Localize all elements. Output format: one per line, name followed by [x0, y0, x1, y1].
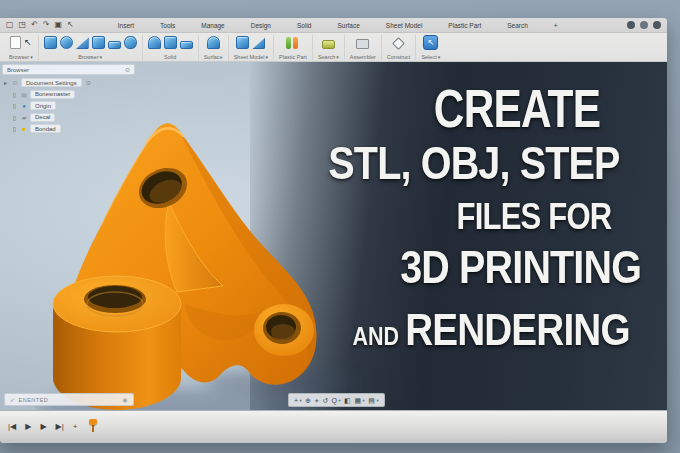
box-icon[interactable]: ▣ — [55, 21, 63, 29]
menu-item-design[interactable]: Design — [238, 22, 284, 29]
doc-icon: ▯ — [11, 125, 18, 132]
look-at-icon[interactable]: ⌖ — [315, 397, 319, 404]
browser-options-icon[interactable]: ⊙ — [125, 66, 130, 73]
tree-row-decal[interactable]: ▯ ▰ Decal — [11, 113, 142, 122]
doc-icon: ▯ — [11, 91, 18, 98]
pointer-icon[interactable]: ↖ — [24, 36, 32, 49]
help-icon[interactable] — [640, 21, 648, 29]
toolbar-group-assembler: Assembler — [345, 35, 382, 60]
select-tool-icon[interactable]: ↖ — [423, 35, 438, 50]
menu-item-manage[interactable]: Manage — [188, 22, 238, 29]
menu-item-tools[interactable]: Tools — [147, 22, 188, 29]
display-settings-icon[interactable]: ◧ — [344, 397, 351, 404]
marquee-select-icon[interactable]: ▢ — [6, 21, 14, 29]
flange-icon[interactable] — [236, 36, 249, 49]
orbit-icon[interactable]: ⊕ — [305, 397, 311, 404]
assembler-icon[interactable] — [356, 39, 369, 49]
menu-item-plastic-part[interactable]: Plastic Part — [435, 22, 494, 29]
construct-icon[interactable] — [392, 37, 405, 50]
profile-icon[interactable] — [653, 21, 661, 29]
undo-icon[interactable]: ↶ — [31, 21, 38, 29]
play-icon[interactable]: ▶ — [40, 423, 46, 431]
status-options-icon[interactable]: ◉ — [122, 396, 128, 403]
toolbar-label: Browser — [78, 55, 98, 61]
body-icon: ■ — [20, 126, 28, 132]
menu-item-sheet-model[interactable]: Sheet Model — [373, 22, 436, 29]
menu-item-solid[interactable]: Solid — [284, 22, 324, 29]
views-icon: ▤ — [20, 91, 28, 98]
timeline-position-marker[interactable] — [88, 419, 98, 433]
browser-title: Browser — [7, 67, 29, 73]
surface-patch-icon[interactable] — [207, 36, 220, 49]
zoom-icon[interactable]: Q — [332, 397, 337, 404]
toolbar-label: Assembler — [350, 55, 376, 61]
toolbar-label: Search — [318, 55, 335, 61]
doc-icon: ▯ — [11, 102, 18, 109]
bend-icon[interactable] — [252, 36, 265, 49]
3d-model-bracket[interactable] — [35, 114, 370, 410]
menu-right-icons — [627, 21, 661, 29]
toolbar-group-plastic-part: Plastic Part — [274, 35, 313, 60]
menu-item-insert[interactable]: Insert — [105, 22, 147, 29]
pan-icon[interactable]: + — [294, 397, 298, 404]
visibility-icon[interactable]: ⊙ — [86, 79, 91, 86]
toolbar-group-browser-2: Browser▾ — [39, 35, 143, 60]
redo-icon[interactable]: ↷ — [43, 21, 50, 29]
tree-row-label: Bonesmaster — [30, 90, 75, 99]
status-text: ENENTED — [19, 397, 49, 403]
toolbar-label: Surface — [204, 55, 223, 61]
tree-row-document-settings[interactable]: ▸ ⊙ Document Settings ⊙ — [2, 78, 142, 87]
slab-primitive-icon[interactable] — [108, 41, 121, 49]
add-marker-icon[interactable]: + — [73, 423, 78, 431]
title-line-rendering: ANDRENDERING — [353, 307, 630, 352]
tree-row-label: Bondad — [30, 124, 61, 133]
notifications-icon[interactable] — [627, 21, 635, 29]
go-to-start-icon[interactable]: |◀ — [8, 423, 16, 431]
toolbar-group-search: Search▾ — [313, 35, 345, 60]
toolbar-group-construct: Construct — [382, 35, 417, 60]
loft-icon[interactable] — [180, 41, 193, 49]
step-back-icon[interactable]: ▶ — [25, 423, 31, 431]
tree-row-label: Decal — [30, 113, 55, 122]
chevron-down-icon: ▾ — [376, 398, 378, 403]
chevron-down-icon: ▾ — [363, 398, 365, 403]
check-icon: ✓ — [10, 396, 16, 403]
tree-row-origin[interactable]: ▯ ● Origin — [11, 101, 142, 110]
expand-icon[interactable]: ▸ — [2, 79, 9, 86]
go-to-end-icon[interactable]: ▶| — [56, 423, 64, 431]
toolbar-label: Sheet Model — [234, 55, 265, 61]
toolbar-label: Construct — [387, 55, 411, 61]
status-pill[interactable]: ✓ ENENTED ◉ — [4, 393, 134, 406]
viewports-icon[interactable]: ▤ — [368, 397, 375, 404]
menu-bar: ▢ ◳ ↶ ↷ ▣ ↖ Insert Tools Manage Design S… — [0, 18, 667, 33]
sweep-icon[interactable] — [164, 36, 177, 49]
menu-item-surface[interactable]: Surface — [324, 22, 372, 29]
toolbar-group-browser-1: ↖ Browser▾ — [4, 35, 39, 60]
box-primitive-icon[interactable] — [44, 36, 57, 49]
free-orbit-icon[interactable]: ↺ — [322, 397, 328, 404]
title-line-files-for: FILES FOR — [450, 198, 618, 235]
search-tool-icon[interactable] — [322, 40, 335, 49]
tree-row-named-views[interactable]: ▯ ▤ Bonesmaster — [11, 90, 142, 99]
sphere-primitive-icon[interactable] — [60, 36, 73, 49]
title-line-3d-printing: 3D PRINTING — [400, 243, 602, 290]
toolbar: ↖ Browser▾ Browser▾ — [0, 33, 667, 62]
chevron-down-icon: ▾ — [300, 398, 302, 403]
new-sketch-icon[interactable] — [10, 36, 21, 49]
browser-header[interactable]: Browser ⊙ — [2, 64, 135, 75]
toolbar-label: Plastic Part — [279, 55, 307, 61]
toolbar-group-solid: Solid — [143, 35, 199, 60]
rotate-view-icon[interactable]: ◳ — [19, 21, 27, 29]
plastic-part-icon[interactable] — [286, 36, 300, 49]
browser-panel: Browser ⊙ ▸ ⊙ Document Settings ⊙ ▯ ▤ Bo… — [2, 64, 142, 133]
menu-item-add-tab[interactable]: + — [541, 22, 571, 29]
menu-item-search[interactable]: Search — [494, 22, 541, 29]
cursor-icon[interactable]: ↖ — [67, 21, 74, 29]
wedge-primitive-icon[interactable] — [76, 36, 89, 49]
menu-items: Insert Tools Manage Design Solid Surface… — [105, 22, 571, 29]
extrude-icon[interactable] — [92, 36, 105, 49]
cylinder-primitive-icon[interactable] — [124, 36, 137, 49]
tree-row-bodies[interactable]: ▯ ■ Bondad — [11, 124, 142, 133]
revolve-icon[interactable] — [148, 36, 161, 49]
grid-settings-icon[interactable]: ▦ — [354, 397, 361, 404]
